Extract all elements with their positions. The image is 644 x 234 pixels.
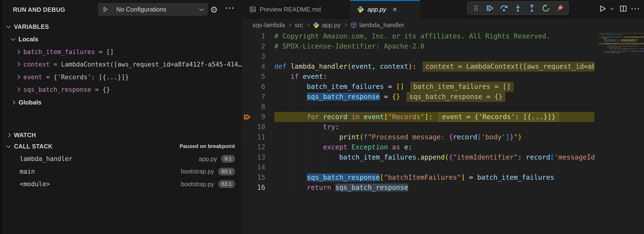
editor-tab-bar: Preview README.md app.py × <box>242 0 644 19</box>
close-icon[interactable]: × <box>392 5 397 13</box>
breadcrumb-item-file[interactable]: app.py <box>322 21 340 29</box>
gutter[interactable]: 7 <box>242 92 274 102</box>
call-stack-frame-1[interactable]: mainbootstrap.py60:1 <box>2 166 242 177</box>
gutter[interactable]: 14 <box>242 162 274 172</box>
globals-scope-row[interactable]: Globals <box>2 97 242 108</box>
start-debug-button[interactable] <box>98 3 112 15</box>
variable-row-context[interactable]: context = LambdaContext([aws_request_id=… <box>2 59 242 70</box>
line-content: if event: <box>274 72 594 82</box>
tab-app-py[interactable]: app.py × <box>350 0 420 19</box>
minimap[interactable]: # Copyright Amazon.com, Inc. or its affi… <box>599 33 644 62</box>
call-stack-section-title: CALL STACK <box>14 143 52 150</box>
gear-icon[interactable]: ⚙ <box>210 5 218 15</box>
gutter[interactable]: 3 <box>242 51 274 62</box>
disconnect-button[interactable] <box>554 3 565 13</box>
line-content: # Copyright Amazon.com, Inc. or its affi… <box>274 31 594 41</box>
gutter[interactable]: 13 <box>242 152 274 162</box>
drag-handle-icon[interactable] <box>471 3 481 13</box>
sidebar-header: RUN AND DEBUG No Configurations ⚙ ··· <box>2 0 242 20</box>
variable-text: event = {'Records': [{...}]} <box>23 72 242 83</box>
variable-row-sqs_batch_response[interactable]: sqs_batch_response = {} <box>2 84 242 95</box>
gutter[interactable]: 10 <box>242 122 274 132</box>
code-line-16[interactable]: 16 return sqs_batch_response <box>242 183 594 193</box>
line-content: batch_item_failures.append({"itemIdentif… <box>274 152 594 162</box>
line-content: batch_item_failures = []batch_item_failu… <box>274 82 594 92</box>
variable-row-batch_item_failures[interactable]: batch_item_failures = [] <box>2 46 242 57</box>
breadcrumb-item-folder[interactable]: sqs-lambda <box>252 21 285 29</box>
gutter[interactable]: 6 <box>242 82 274 92</box>
code-line-8[interactable]: 8 <box>242 102 594 112</box>
more-actions-icon[interactable]: ··· <box>225 3 235 13</box>
editor-actions: ··· <box>597 3 640 14</box>
code-editor[interactable]: 1# Copyright Amazon.com, Inc. or its aff… <box>242 31 594 193</box>
gutter[interactable]: 1 <box>242 31 274 41</box>
frame-file: app.py <box>199 155 217 162</box>
code-line-2[interactable]: 2# SPDX-License-Identifier: Apache-2.0 <box>242 41 594 51</box>
code-line-12[interactable]: 12 except Exception as e: <box>242 142 594 152</box>
chevron-down-icon[interactable] <box>610 6 614 10</box>
gutter[interactable]: 11 <box>242 132 274 142</box>
step-out-button[interactable] <box>526 3 537 13</box>
call-stack-section-header[interactable]: CALL STACK Paused on breakpoint <box>2 141 242 152</box>
minimap-line: return sqs_batch_response <box>599 52 644 53</box>
gutter[interactable]: 12 <box>242 142 274 152</box>
call-stack-frame-top[interactable]: lambda_handlerapp.py9:1 <box>2 153 242 164</box>
chevron-down-icon <box>199 6 204 11</box>
code-line-11[interactable]: 11 print(f"Processed message: {record['b… <box>242 132 594 142</box>
activity-bar-edge <box>0 0 2 234</box>
chevron-right-icon <box>306 23 310 27</box>
code-line-9[interactable]: 9 for record in event["Records"]:event =… <box>242 112 594 122</box>
chevron-right-icon <box>16 49 20 54</box>
code-line-5[interactable]: 5 if event: <box>242 72 594 82</box>
code-line-10[interactable]: 10 try: <box>242 122 594 132</box>
code-line-7[interactable]: 7 sqs_batch_response = {}sqs_batch_respo… <box>242 92 594 102</box>
watch-section-header[interactable]: WATCH <box>2 129 242 140</box>
code-line-13[interactable]: 13 batch_item_failures.append({"itemIden… <box>242 152 594 162</box>
line-content: return sqs_batch_response <box>274 183 594 193</box>
gutter[interactable]: 16 <box>242 183 274 193</box>
markdown-preview-icon <box>249 6 256 13</box>
run-python-file-button[interactable] <box>597 3 608 14</box>
breadcrumb: sqs-lambda src app.py lambda_handler <box>242 19 644 31</box>
locals-scope-row[interactable]: Locals <box>2 34 242 45</box>
locals-scope-label: Locals <box>18 36 38 43</box>
chevron-right-icon <box>16 75 20 79</box>
gutter[interactable]: 4 <box>242 62 274 72</box>
gutter[interactable]: 15 <box>242 172 274 183</box>
restart-button[interactable] <box>540 3 551 13</box>
variables-section-header[interactable]: VARIABLES <box>2 21 242 32</box>
variable-row-event[interactable]: event = {'Records': [{...}]} <box>2 72 242 83</box>
continue-button[interactable] <box>485 3 495 13</box>
split-editor-button[interactable] <box>618 3 628 14</box>
tab-preview-readme[interactable]: Preview README.md <box>242 0 350 19</box>
line-content <box>274 51 594 62</box>
tab-label: app.py <box>368 6 386 13</box>
breadcrumb-item-symbol[interactable]: lambda_handler <box>359 21 404 29</box>
globals-scope-label: Globals <box>18 99 42 106</box>
frame-position-badge: 9:1 <box>221 155 235 163</box>
line-content: for record in event["Records"]:event = {… <box>274 112 594 122</box>
run-and-debug-sidebar: RUN AND DEBUG No Configurations ⚙ ··· VA… <box>2 0 242 234</box>
code-line-3[interactable]: 3 <box>242 51 594 62</box>
gutter[interactable]: 5 <box>242 72 274 82</box>
breakpoint-gutter[interactable]: 9 <box>242 112 274 122</box>
line-content: # SPDX-License-Identifier: Apache-2.0 <box>274 41 594 51</box>
code-line-6[interactable]: 6 batch_item_failures = []batch_item_fai… <box>242 82 594 92</box>
minimap-line: batch_item_failures.append({"itemIdentif… <box>599 48 644 49</box>
code-line-15[interactable]: 15 sqs_batch_response["batchItemFailures… <box>242 172 594 183</box>
step-into-button[interactable] <box>512 3 523 13</box>
step-over-button[interactable] <box>499 3 509 13</box>
more-actions-icon[interactable]: ··· <box>631 4 640 13</box>
debug-config-dropdown[interactable]: No Configurations <box>98 3 208 16</box>
call-stack-frame-2[interactable]: <module>bootstrap.py63:1 <box>2 179 242 190</box>
gutter[interactable]: 8 <box>242 102 274 112</box>
code-line-4[interactable]: 4def lambda_handler(event, context):cont… <box>242 62 594 72</box>
code-line-1[interactable]: 1# Copyright Amazon.com, Inc. or its aff… <box>242 31 594 41</box>
breadcrumb-item-folder[interactable]: src <box>294 21 303 29</box>
frame-name: lambda_handler <box>20 155 72 162</box>
variable-text: context = LambdaContext([aws_request_id=… <box>23 59 242 70</box>
gutter[interactable]: 2 <box>242 41 274 51</box>
code-line-14[interactable]: 14 <box>242 162 594 172</box>
inline-debug-value: batch_item_failures = [] <box>410 82 514 92</box>
watch-section-title: WATCH <box>14 132 36 139</box>
